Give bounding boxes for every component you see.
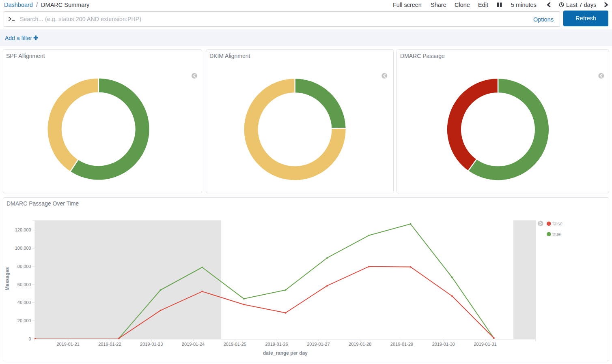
svg-text:2019-01-21: 2019-01-21: [56, 342, 79, 347]
svg-text:2019-01-28: 2019-01-28: [349, 342, 371, 347]
svg-text:2019-01-23: 2019-01-23: [140, 342, 163, 347]
svg-text:2019-01-25: 2019-01-25: [224, 342, 246, 347]
svg-text:2019-01-26: 2019-01-26: [265, 342, 288, 347]
svg-text:Messages: Messages: [5, 267, 11, 291]
svg-text:2019-01-24: 2019-01-24: [182, 342, 205, 347]
svg-text:40,000: 40,000: [17, 300, 31, 305]
svg-text:120,000: 120,000: [15, 227, 31, 232]
svg-text:2019-01-30: 2019-01-30: [432, 342, 455, 347]
svg-text:false: false: [552, 221, 563, 227]
svg-text:2019-01-31: 2019-01-31: [474, 342, 496, 347]
svg-text:60,000: 60,000: [17, 282, 31, 287]
svg-text:0: 0: [28, 336, 31, 341]
svg-text:date_range per day: date_range per day: [263, 350, 308, 356]
svg-text:100,000: 100,000: [15, 246, 31, 251]
svg-text:true: true: [552, 231, 561, 237]
svg-text:80,000: 80,000: [17, 264, 31, 269]
svg-text:20,000: 20,000: [17, 318, 31, 323]
svg-text:2019-01-22: 2019-01-22: [98, 342, 121, 347]
svg-text:2019-01-27: 2019-01-27: [307, 342, 330, 347]
svg-text:2019-01-29: 2019-01-29: [390, 342, 413, 347]
